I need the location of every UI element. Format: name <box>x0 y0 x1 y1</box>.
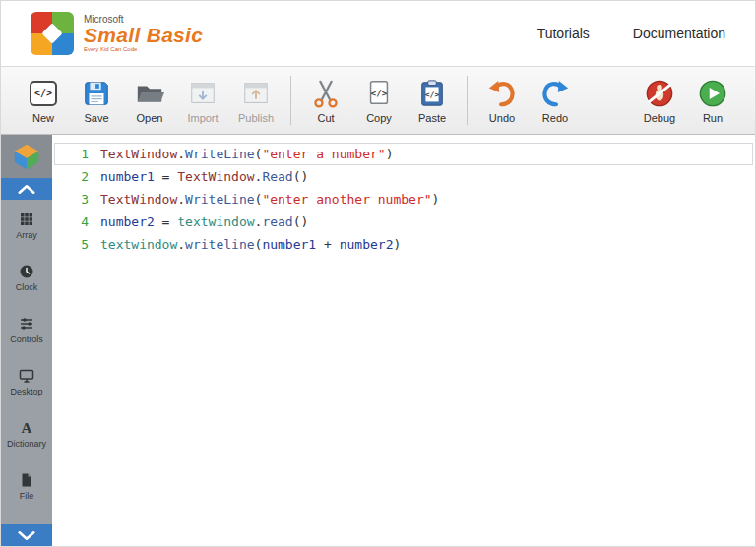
code-line[interactable]: 3TextWindow.WriteLine("enter another num… <box>54 188 753 211</box>
sidebar-item-file[interactable]: File <box>1 460 52 513</box>
toolbar-divider <box>290 76 291 125</box>
copy-button-label: Copy <box>366 112 392 124</box>
import-button-label: Import <box>187 112 218 124</box>
line-number: 4 <box>55 212 100 232</box>
sidebar-item-controls[interactable]: Controls <box>1 304 52 356</box>
code-editor[interactable]: 1TextWindow.WriteLine("enter a number")2… <box>52 135 755 546</box>
paste-button[interactable]: </> Paste <box>406 71 459 130</box>
copy-button[interactable]: </> Copy <box>352 71 406 130</box>
product-name: Small Basic <box>84 25 203 46</box>
save-button-label: Save <box>84 112 108 124</box>
svg-text:</>: </> <box>425 90 440 98</box>
monitor-icon <box>19 368 34 384</box>
sidebar-item-label: File <box>20 491 34 501</box>
save-button[interactable]: Save <box>70 71 123 130</box>
code-line[interactable]: 5textwindow.writeline(number1 + number2) <box>54 233 753 256</box>
file-icon <box>19 472 34 488</box>
code-text: textwindow.writeline(number1 + number2) <box>100 234 401 255</box>
small-basic-cube-tile <box>1 135 52 178</box>
chevron-up-icon <box>18 185 35 194</box>
publish-icon <box>240 78 272 109</box>
run-button-label: Run <box>703 112 723 124</box>
code-text: number2 = textwindow.read() <box>100 212 308 232</box>
sidebar-scroll-up[interactable] <box>1 178 52 200</box>
library-sidebar: Array Clock Controls Desktop <box>1 135 52 546</box>
nav-link-tutorials[interactable]: Tutorials <box>537 26 590 41</box>
undo-arrow-icon <box>486 78 518 109</box>
debug-button-label: Debug <box>644 112 675 124</box>
code-text: number1 = TextWindow.Read() <box>100 166 308 187</box>
sidebar-item-dictionary[interactable]: A Dictionary <box>1 408 52 460</box>
small-basic-app: Microsoft Small Basic Every Kid Can Code… <box>0 0 756 547</box>
sliders-icon <box>19 316 34 332</box>
sidebar-item-desktop[interactable]: Desktop <box>1 356 52 408</box>
logo-text: Microsoft Small Basic Every Kid Can Code <box>84 15 203 53</box>
chevron-down-icon <box>18 531 35 540</box>
publish-button[interactable]: Publish <box>229 71 283 130</box>
open-folder-icon <box>134 78 165 109</box>
cut-button[interactable]: Cut <box>299 71 352 130</box>
sidebar-item-array[interactable]: Array <box>1 200 52 252</box>
line-number: 1 <box>55 144 100 164</box>
run-button[interactable]: Run <box>686 71 739 130</box>
import-icon <box>187 78 219 109</box>
code-line[interactable]: 1TextWindow.WriteLine("enter a number") <box>54 143 753 165</box>
letter-a-icon: A <box>19 420 34 436</box>
code-line[interactable]: 4number2 = textwindow.read() <box>54 211 753 233</box>
cut-scissors-icon <box>310 78 342 109</box>
main-area: Array Clock Controls Desktop <box>1 135 755 546</box>
new-file-icon: </> <box>28 78 59 109</box>
redo-button-label: Redo <box>542 112 568 124</box>
redo-arrow-icon <box>539 78 571 109</box>
cube-icon <box>12 142 41 171</box>
save-floppy-icon <box>81 78 112 109</box>
line-number: 5 <box>55 234 100 255</box>
publish-button-label: Publish <box>238 112 274 124</box>
paste-button-label: Paste <box>418 112 446 124</box>
copy-page-icon: </> <box>363 78 395 109</box>
toolbar: </> New Save Open <box>1 66 755 135</box>
sidebar-scroll-down[interactable] <box>1 524 52 546</box>
small-basic-logo: Microsoft Small Basic Every Kid Can Code <box>31 12 203 55</box>
sidebar-item-label: Clock <box>16 282 38 292</box>
redo-button[interactable]: Redo <box>529 71 582 130</box>
sidebar-item-clock[interactable]: Clock <box>1 252 52 304</box>
debug-bug-icon <box>644 78 675 109</box>
undo-button-label: Undo <box>489 112 515 124</box>
grid-icon <box>19 212 34 227</box>
code-text: TextWindow.WriteLine("enter another numb… <box>100 189 439 210</box>
product-tagline: Every Kid Can Code <box>84 46 203 52</box>
code-lines: 1TextWindow.WriteLine("enter a number")2… <box>52 143 755 256</box>
sidebar-item-label: Dictionary <box>7 439 46 449</box>
sidebar-spacer <box>1 513 52 524</box>
code-line[interactable]: 2number1 = TextWindow.Read() <box>54 165 753 188</box>
open-button[interactable]: Open <box>123 71 176 130</box>
line-number: 2 <box>55 166 100 187</box>
svg-text:</>: </> <box>371 87 388 97</box>
sidebar-item-label: Desktop <box>10 387 42 396</box>
small-basic-logo-icon <box>31 12 74 55</box>
nav-link-documentation[interactable]: Documentation <box>633 26 725 41</box>
toolbar-divider <box>467 76 468 125</box>
code-text: TextWindow.WriteLine("enter a number") <box>100 144 393 164</box>
sidebar-item-label: Controls <box>10 334 43 344</box>
debug-button[interactable]: Debug <box>633 71 686 130</box>
run-play-icon <box>697 78 728 109</box>
cut-button-label: Cut <box>317 112 334 124</box>
undo-button[interactable]: Undo <box>475 71 529 130</box>
new-button-label: New <box>32 112 54 124</box>
line-number: 3 <box>55 189 100 210</box>
import-button[interactable]: Import <box>176 71 229 130</box>
open-button-label: Open <box>137 112 163 124</box>
paste-clipboard-icon: </> <box>416 78 448 109</box>
clock-icon <box>19 264 34 279</box>
new-button[interactable]: </> New <box>17 71 70 130</box>
header: Microsoft Small Basic Every Kid Can Code… <box>1 1 755 66</box>
sidebar-item-label: Array <box>16 230 37 240</box>
header-nav: Tutorials Documentation <box>537 26 725 41</box>
